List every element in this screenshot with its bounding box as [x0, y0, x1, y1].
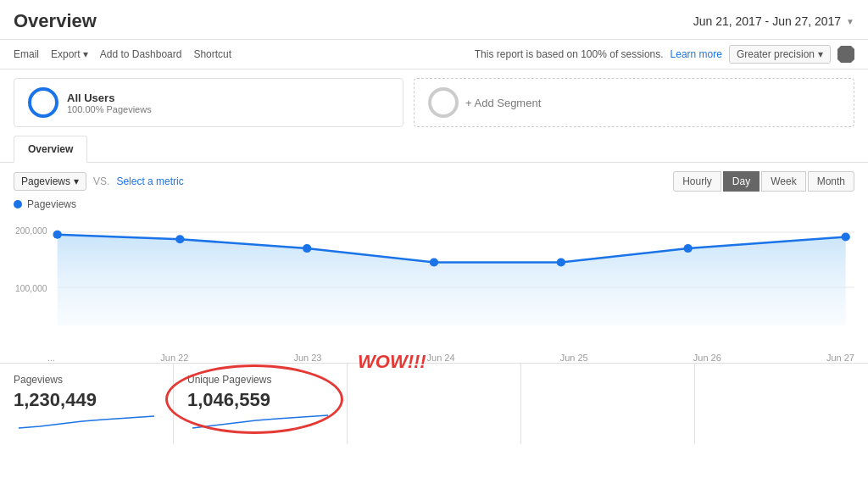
- chart-point-4: [557, 259, 565, 267]
- x-label-jun25: Jun 25: [560, 353, 588, 363]
- toolbar: Email Export ▾ Add to Dashboard Shortcut…: [0, 40, 868, 70]
- stat-pageviews-label: Pageviews: [14, 374, 159, 386]
- tab-overview[interactable]: Overview: [14, 136, 87, 163]
- chart-point-5: [684, 244, 693, 253]
- report-info-text: This report is based on 100% of sessions…: [475, 48, 664, 60]
- segment-name: All Users: [67, 92, 152, 104]
- toolbar-right: This report is based on 100% of sessions…: [475, 45, 854, 64]
- stat-unique-sparkline: [187, 411, 333, 431]
- stat-box-3: [348, 364, 521, 444]
- x-label-jun27: Jun 27: [826, 353, 854, 363]
- x-label-dots: ...: [47, 353, 55, 363]
- time-btn-day[interactable]: Day: [723, 171, 760, 192]
- select-metric-link[interactable]: Select a metric: [116, 175, 183, 187]
- date-range[interactable]: Jun 21, 2017 - Jun 27, 2017 ▼: [693, 14, 854, 28]
- time-buttons: Hourly Day Week Month: [673, 171, 854, 192]
- all-users-segment: All Users 100.00% Pageviews: [14, 78, 403, 127]
- time-btn-hourly[interactable]: Hourly: [673, 171, 721, 192]
- learn-more-link[interactable]: Learn more: [670, 48, 722, 60]
- export-dropdown-icon[interactable]: ▾: [83, 48, 88, 60]
- precision-dropdown-icon: ▾: [818, 48, 823, 60]
- stats-section: WOW!!! Pageviews 1,230,449 Unique Pagevi…: [0, 363, 868, 444]
- add-segment-button[interactable]: + Add Segment: [414, 78, 854, 127]
- stat-pageviews-value: 1,230,449: [14, 389, 159, 411]
- metric-dropdown-icon: ▾: [74, 175, 79, 187]
- email-button[interactable]: Email: [14, 48, 39, 60]
- x-label-jun23: Jun 23: [293, 353, 321, 363]
- x-label-jun24: Jun 24: [427, 353, 455, 363]
- x-label-jun26: Jun 26: [693, 353, 721, 363]
- x-label-jun22: Jun 22: [160, 353, 188, 363]
- tabs-bar: Overview: [0, 136, 868, 163]
- add-segment-label: + Add Segment: [465, 97, 541, 109]
- chart-svg: 200,000 100,000: [14, 215, 854, 334]
- page-header: Overview Jun 21, 2017 - Jun 27, 2017 ▼: [0, 0, 868, 40]
- y-label-200k: 200,000: [15, 226, 47, 236]
- chart-legend: Pageviews: [14, 198, 854, 210]
- chart-container: 200,000 100,000: [14, 215, 854, 351]
- chart-point-6: [842, 233, 850, 242]
- stat-unique-label: Unique Pageviews: [187, 374, 333, 386]
- page-title: Overview: [14, 10, 97, 32]
- segment-sub: 100.00% Pageviews: [67, 104, 152, 114]
- date-range-text: Jun 21, 2017 - Jun 27, 2017: [693, 14, 841, 28]
- stat-box-5: [695, 364, 868, 444]
- chart-point-0: [53, 231, 62, 239]
- segment-info: All Users 100.00% Pageviews: [67, 92, 152, 114]
- precision-button[interactable]: Greater precision ▾: [729, 45, 831, 64]
- time-btn-month[interactable]: Month: [808, 171, 854, 192]
- metric-label: Pageviews: [21, 175, 70, 187]
- shortcut-button[interactable]: Shortcut: [193, 48, 231, 60]
- add-to-dashboard-button[interactable]: Add to Dashboard: [100, 48, 182, 60]
- segment-circle-icon: [28, 87, 58, 118]
- date-range-dropdown-icon[interactable]: ▼: [846, 17, 854, 26]
- segments-row: All Users 100.00% Pageviews + Add Segmen…: [0, 70, 868, 136]
- toolbar-left: Email Export ▾ Add to Dashboard Shortcut: [14, 48, 231, 60]
- time-btn-week[interactable]: Week: [761, 171, 805, 192]
- chart-point-1: [175, 235, 184, 243]
- chart-section: Pageviews ▾ VS. Select a metric Hourly D…: [0, 163, 868, 363]
- stat-unique-pageviews: Unique Pageviews 1,046,559: [174, 364, 348, 444]
- stat-pageviews: Pageviews 1,230,449: [0, 364, 174, 444]
- chart-controls: Pageviews ▾ VS. Select a metric Hourly D…: [14, 171, 854, 192]
- stat-pageviews-sparkline: [14, 411, 159, 431]
- add-segment-circle-icon: [428, 87, 459, 118]
- chart-point-2: [303, 244, 311, 253]
- y-label-100k: 100,000: [15, 284, 47, 293]
- metric-dropdown[interactable]: Pageviews ▾: [14, 172, 86, 191]
- stat-box-4: [521, 364, 695, 444]
- x-axis: ... Jun 22 Jun 23 Jun 24 Jun 25 Jun 26 J…: [14, 351, 854, 363]
- legend-dot-icon: [14, 200, 22, 209]
- stats-row: Pageviews 1,230,449 Unique Pageviews 1,0…: [0, 363, 868, 444]
- export-button[interactable]: Export ▾: [51, 48, 88, 60]
- vs-label: VS.: [93, 175, 109, 187]
- chart-point-3: [430, 259, 438, 267]
- graduation-icon[interactable]: [837, 46, 854, 63]
- legend-label: Pageviews: [27, 198, 76, 210]
- metric-selector: Pageviews ▾ VS. Select a metric: [14, 172, 184, 191]
- chart-area: [58, 235, 846, 325]
- stat-unique-value: 1,046,559: [187, 389, 333, 411]
- precision-label: Greater precision: [737, 48, 815, 60]
